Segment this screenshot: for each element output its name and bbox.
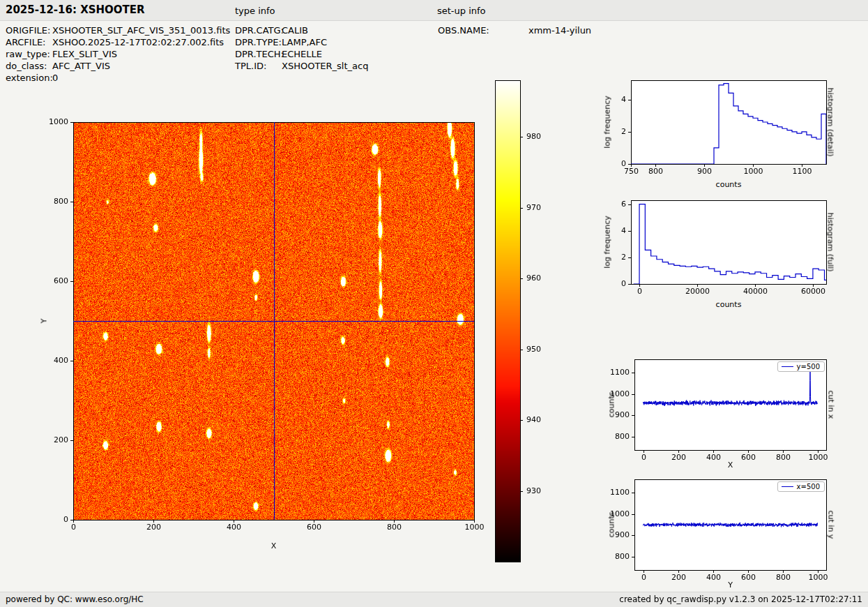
cut-x-xlabel: X xyxy=(634,460,826,470)
page-title: 2025-12-16: XSHOOTER xyxy=(6,3,145,16)
meta-dprtech-value: ECHELLE xyxy=(282,48,322,60)
meta-dprcatg-label: DPR.CATG: xyxy=(235,24,282,36)
meta-doclass: do_class: AFC_ATT_VIS xyxy=(6,60,110,72)
legend-line-sample xyxy=(782,486,793,487)
cut-x-side-title: cut in x xyxy=(827,391,836,419)
footer-created-by: created by qc_rawdisp.py v1.2.3 on 2025-… xyxy=(619,592,862,607)
meta-obsname-value: xmm-14-yilun xyxy=(528,24,591,36)
type-info-heading: type info xyxy=(235,6,275,16)
hist-full-ylabel: log frequency xyxy=(603,216,612,268)
hist-full-xlabel: counts xyxy=(631,300,826,309)
meta-dprcatg: DPR.CATG: CALIB xyxy=(235,24,308,36)
meta-tplid-label: TPL.ID: xyxy=(235,60,282,72)
meta-dprtype: DPR.TYPE: LAMP,AFC xyxy=(235,36,327,48)
meta-rawtype-label: raw_type: xyxy=(6,48,52,60)
meta-dprtech: DPR.TECH: ECHELLE xyxy=(235,48,322,60)
image-x-axis-label: X xyxy=(73,541,474,550)
hist-full-canvas xyxy=(598,192,835,297)
meta-rawtype-value: FLEX_SLIT_VIS xyxy=(52,48,117,60)
meta-doclass-value: AFC_ATT_VIS xyxy=(52,60,110,72)
meta-arcfile-value: XSHOO.2025-12-17T02:02:27.002.fits xyxy=(52,36,224,48)
meta-dprtype-value: LAMP,AFC xyxy=(282,36,327,48)
cut-y-legend-label: x=500 xyxy=(797,483,820,490)
cut-x-legend: y=500 xyxy=(777,361,825,372)
cut-x-legend-label: y=500 xyxy=(797,363,820,370)
cut-y-side-title: cut in y xyxy=(827,511,836,539)
meta-rawtype: raw_type: FLEX_SLIT_VIS xyxy=(6,48,117,60)
footer-powered-by: powered by QC: www.eso.org/HC xyxy=(6,592,144,607)
raw-image-canvas xyxy=(38,108,488,544)
qc-rawdisp-page: 2025-12-16: XSHOOTER type info set-up in… xyxy=(0,0,868,607)
meta-origfile-label: ORIGFILE: xyxy=(6,24,52,36)
meta-extension: extension: 0 xyxy=(6,72,58,84)
hist-detail-side-title: histogram (detail) xyxy=(826,88,835,157)
meta-dprtech-label: DPR.TECH: xyxy=(235,48,282,60)
cut-y-ylabel: counts xyxy=(607,512,616,538)
colorbar-canvas xyxy=(492,77,554,565)
cut-x-ylabel: counts xyxy=(607,392,616,418)
hist-detail-canvas xyxy=(598,72,835,177)
meta-doclass-label: do_class: xyxy=(6,60,52,72)
meta-obsname: OBS.NAME: xmm-14-yilun xyxy=(438,24,591,36)
cut-y-legend: x=500 xyxy=(777,481,825,492)
meta-extension-label: extension: xyxy=(6,72,52,84)
hist-full-side-title: histogram (full) xyxy=(826,213,835,272)
meta-origfile: ORIGFILE: XSHOOTER_SLT_AFC_VIS_351_0013.… xyxy=(6,24,230,36)
hist-detail-ylabel: log frequency xyxy=(603,96,612,148)
hist-detail-xlabel: counts xyxy=(631,180,826,189)
meta-obsname-label: OBS.NAME: xyxy=(438,24,528,36)
footer-bar: powered by QC: www.eso.org/HC created by… xyxy=(0,592,868,607)
meta-arcfile-label: ARCFILE: xyxy=(6,36,52,48)
meta-tplid: TPL.ID: XSHOOTER_slt_acq xyxy=(235,60,368,72)
meta-arcfile: ARCFILE: XSHOO.2025-12-17T02:02:27.002.f… xyxy=(6,36,224,48)
meta-extension-value: 0 xyxy=(52,72,58,84)
meta-origfile-value: XSHOOTER_SLT_AFC_VIS_351_0013.fits xyxy=(52,24,230,36)
header-bar: 2025-12-16: XSHOOTER type info set-up in… xyxy=(0,0,868,21)
meta-dprtype-label: DPR.TYPE: xyxy=(235,36,282,48)
setup-info-heading: set-up info xyxy=(437,6,486,16)
cut-y-xlabel: Y xyxy=(634,580,826,590)
meta-tplid-value: XSHOOTER_slt_acq xyxy=(282,60,368,72)
legend-line-sample xyxy=(782,366,793,367)
meta-dprcatg-value: CALIB xyxy=(282,24,308,36)
image-y-axis-label: Y xyxy=(40,319,49,324)
